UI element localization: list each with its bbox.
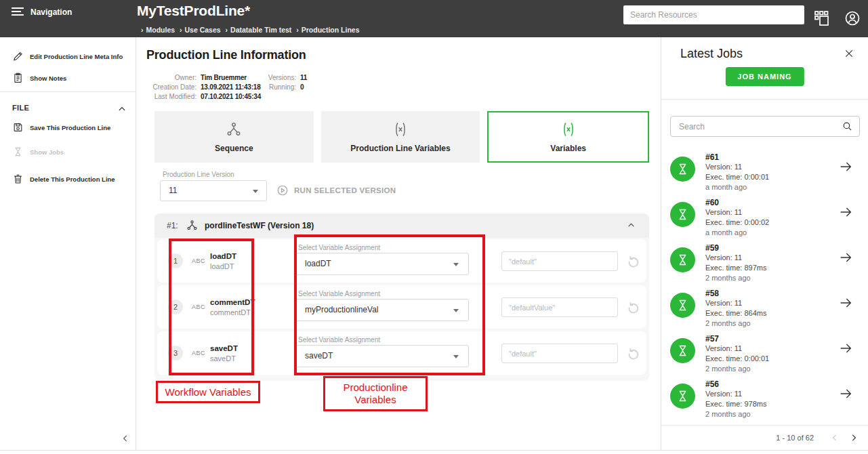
top-bar: Navigation MyTestProdLine* ›Modules ›Use…: [0, 0, 868, 37]
sidebar-item-save[interactable]: Save This Production Line: [0, 119, 136, 136]
version-select[interactable]: 11: [160, 180, 267, 201]
job-status-hourglass-icon: [670, 384, 695, 409]
job-exec-time: Exec. time: 864ms: [705, 309, 766, 317]
job-exec-time: Exec. time: 897ms: [705, 264, 766, 272]
collapse-sidebar-icon[interactable]: [121, 434, 130, 443]
job-status-hourglass-icon: [670, 338, 695, 363]
notes-icon: [12, 73, 24, 84]
job-version: Version: 11: [705, 163, 742, 171]
chevron-left-icon[interactable]: [830, 433, 840, 442]
default-value-input[interactable]: [501, 344, 618, 363]
run-selected-version-button[interactable]: RUN SELECTED VERSION: [276, 184, 396, 197]
sidebar-item-edit-meta[interactable]: Edit Production Line Meta Info: [0, 47, 136, 65]
job-exec-time: Exec. time: 0:00:01: [705, 354, 769, 363]
close-icon[interactable]: [844, 48, 854, 59]
arrow-right-icon[interactable]: [838, 205, 853, 220]
sidebar-item-delete[interactable]: Delete This Production Line: [0, 170, 136, 188]
annotation-label-productionline-variables: ProductionlineVariables: [323, 376, 428, 411]
job-timestamp: 2 months ago: [705, 410, 751, 418]
undo-icon[interactable]: [626, 253, 641, 268]
sidebar-item-show-notes[interactable]: Show Notes: [0, 69, 136, 87]
jobs-search-input[interactable]: [670, 116, 860, 137]
job-timestamp: 2 months ago: [705, 365, 751, 373]
default-value-input[interactable]: [501, 251, 618, 271]
chevron-up-icon[interactable]: [627, 221, 636, 230]
job-list: #61 Version: 11 Exec. time: 0:00:01 a mo…: [661, 148, 868, 420]
pencil-icon: [12, 51, 24, 62]
job-timestamp: a month ago: [705, 183, 747, 191]
tab-sequence[interactable]: Sequence: [154, 111, 314, 163]
panel-index: #1:: [167, 221, 178, 230]
navigation-label[interactable]: Navigation: [30, 7, 72, 17]
job-timestamp: 2 months ago: [705, 274, 751, 282]
left-sidebar: Edit Production Line Meta Info Show Note…: [0, 37, 136, 450]
job-version: Version: 11: [705, 299, 742, 307]
account-icon[interactable]: [844, 9, 861, 27]
search-icon[interactable]: [842, 121, 853, 132]
job-id: #61: [705, 152, 719, 162]
job-naming-button[interactable]: JOB NAMING: [725, 67, 804, 86]
job-list-item[interactable]: #61 Version: 11 Exec. time: 0:00:01 a mo…: [661, 148, 868, 193]
job-id: #56: [705, 379, 719, 389]
search-resources-input[interactable]: [623, 5, 804, 24]
job-exec-time: Exec. time: 0:00:02: [705, 218, 769, 226]
menu-icon[interactable]: [12, 7, 24, 16]
latest-jobs-title: Latest Jobs: [680, 47, 743, 61]
job-list-item[interactable]: #58 Version: 11 Exec. time: 864ms 2 mont…: [661, 284, 868, 329]
tab-production-line-variables[interactable]: Production Line Variables: [321, 111, 480, 163]
job-version: Version: 11: [705, 390, 742, 398]
job-status-hourglass-icon: [670, 247, 695, 272]
bottom-divider: [0, 450, 868, 454]
version-select-label: Production Line Version: [163, 171, 234, 178]
job-version: Version: 11: [705, 344, 742, 352]
job-id: #60: [705, 198, 719, 207]
arrow-right-icon[interactable]: [838, 341, 853, 356]
job-status-hourglass-icon: [670, 293, 695, 318]
annotation-box-workflow-variables: [169, 239, 254, 375]
job-timestamp: a month ago: [705, 228, 747, 236]
latest-jobs-panel: Latest Jobs JOB NAMING #61 Version: 11 E…: [661, 37, 868, 450]
job-id: #58: [705, 289, 719, 298]
chevron-right-icon[interactable]: [849, 433, 859, 442]
panel-title: pordlineTestWF (Version 18): [205, 221, 314, 230]
job-id: #57: [705, 334, 719, 344]
tab-variables[interactable]: Variables: [487, 111, 649, 163]
page-title: MyTestProdLine*: [137, 3, 250, 19]
job-version: Version: 11: [705, 208, 742, 216]
job-list-item[interactable]: #57 Version: 11 Exec. time: 0:00:01 2 mo…: [661, 329, 868, 375]
variables-icon: [392, 121, 409, 138]
sidebar-item-show-jobs[interactable]: Show Jobs: [0, 143, 136, 161]
job-status-hourglass-icon: [670, 202, 695, 227]
default-value-input[interactable]: [501, 297, 618, 317]
arrow-right-icon[interactable]: [838, 295, 853, 310]
job-id: #59: [705, 243, 719, 253]
annotation-label-workflow-variables: Workflow Variables: [156, 381, 260, 403]
job-exec-time: Exec. time: 0:00:01: [705, 173, 769, 181]
annotation-box-productionline-variables: [294, 234, 485, 375]
job-list-item[interactable]: #56 Version: 11 Exec. time: 978ms 2 mont…: [661, 375, 868, 420]
save-icon: [12, 122, 24, 133]
job-timestamp: 2 months ago: [705, 319, 751, 327]
variables-icon: [560, 121, 577, 138]
view-tabs: Sequence Production Line Variables Varia…: [154, 111, 649, 163]
trash-icon: [12, 173, 24, 185]
meta-info: Owner: Tim Bruemmer Creation Date: 13.09…: [137, 73, 661, 104]
undo-icon[interactable]: [626, 346, 641, 360]
arrow-right-icon[interactable]: [838, 386, 853, 401]
workflow-icon: [225, 121, 243, 138]
job-exec-time: Exec. time: 978ms: [705, 400, 766, 408]
arrow-right-icon[interactable]: [838, 250, 853, 265]
job-list-item[interactable]: #60 Version: 11 Exec. time: 0:00:02 a mo…: [661, 193, 868, 239]
job-version: Version: 11: [705, 253, 742, 262]
file-section-title: FILE: [12, 104, 29, 112]
arrow-right-icon[interactable]: [838, 159, 853, 174]
chevron-up-icon[interactable]: [117, 104, 127, 114]
modules-grid-icon[interactable]: [813, 9, 831, 27]
workflow-icon: [186, 219, 199, 232]
undo-icon[interactable]: [626, 300, 641, 314]
app: Navigation MyTestProdLine* ›Modules ›Use…: [0, 0, 868, 454]
chevron-down-icon: [253, 190, 258, 193]
breadcrumb: ›Modules ›Use Cases ›Datatable Tim test …: [138, 26, 360, 34]
job-list-item[interactable]: #59 Version: 11 Exec. time: 897ms 2 mont…: [661, 239, 868, 284]
job-status-hourglass-icon: [670, 157, 695, 182]
